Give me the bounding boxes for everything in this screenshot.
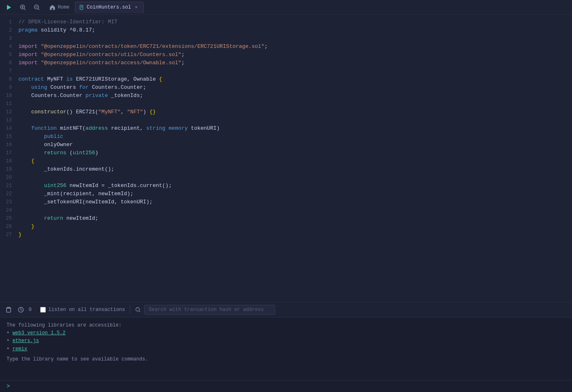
tab-bar: Home CoinHunters.sol × bbox=[45, 2, 144, 13]
line-number: 8 bbox=[0, 75, 18, 83]
line-number: 20 bbox=[0, 173, 18, 182]
code-line: 16 onlyOwner bbox=[0, 141, 572, 149]
line-number: 24 bbox=[0, 206, 18, 214]
code-line: 10 Counters.Counter private _tokenIds; bbox=[0, 92, 572, 100]
bottom-panel: 0 listen on all transactions The followi… bbox=[0, 302, 572, 392]
code-line: 3 bbox=[0, 34, 572, 43]
svg-line-14 bbox=[139, 311, 140, 312]
line-content: _mint(recipient, newItemId); bbox=[18, 190, 572, 198]
console-prompt: > bbox=[0, 380, 572, 392]
code-line: 8contract MyNFT is ERC721URIStorage, Own… bbox=[0, 75, 572, 83]
svg-rect-11 bbox=[7, 308, 11, 312]
lib1-link[interactable]: web3 version 1.5.2 bbox=[12, 330, 66, 336]
line-number: 21 bbox=[0, 182, 18, 190]
line-number: 23 bbox=[0, 198, 18, 206]
line-content bbox=[18, 173, 572, 182]
line-content: import "@openzeppelin/contracts/token/ER… bbox=[18, 43, 572, 51]
code-line: 17 returns (uint256) bbox=[0, 149, 572, 157]
line-number: 15 bbox=[0, 133, 18, 141]
line-number: 3 bbox=[0, 34, 18, 43]
console-lib3-line: • remix bbox=[7, 345, 565, 353]
code-line: 11 bbox=[0, 100, 572, 108]
line-number: 6 bbox=[0, 59, 18, 67]
line-content: } bbox=[18, 231, 572, 239]
line-content: using Counters for Counters.Counter; bbox=[18, 83, 572, 92]
search-divider bbox=[130, 306, 130, 314]
toolbar: Home CoinHunters.sol × bbox=[0, 0, 572, 15]
code-line: 15 public bbox=[0, 133, 572, 141]
code-editor[interactable]: 1// SPDX-License-Identifier: MIT2pragma … bbox=[0, 15, 572, 302]
line-content: pragma solidity ^0.8.17; bbox=[18, 26, 572, 34]
line-content bbox=[18, 206, 572, 214]
code-line: 23 _setTokenURI(newItemId, tokenURI); bbox=[0, 198, 572, 206]
tab-home-label: Home bbox=[58, 5, 70, 10]
editor-area: 1// SPDX-License-Identifier: MIT2pragma … bbox=[0, 15, 572, 392]
line-number: 18 bbox=[0, 157, 18, 165]
line-content bbox=[18, 116, 572, 124]
code-line: 7 bbox=[0, 67, 572, 75]
line-number: 2 bbox=[0, 26, 18, 34]
history-button[interactable] bbox=[16, 305, 25, 314]
tab-file-label: CoinHunters.sol bbox=[87, 5, 131, 10]
run-button[interactable] bbox=[3, 2, 15, 13]
listen-checkbox[interactable] bbox=[40, 307, 46, 313]
code-line: 19 _tokenIds.increment(); bbox=[0, 165, 572, 173]
zoom-in-button[interactable] bbox=[17, 2, 29, 13]
line-content: _tokenIds.increment(); bbox=[18, 165, 572, 173]
tab-close-button[interactable]: × bbox=[133, 5, 139, 10]
zoom-out-button[interactable] bbox=[31, 2, 43, 13]
line-number: 14 bbox=[0, 124, 18, 133]
code-line: 1// SPDX-License-Identifier: MIT bbox=[0, 18, 572, 26]
line-content: constructor() ERC721("MyNFT", "NFT") {} bbox=[18, 108, 572, 116]
line-number: 19 bbox=[0, 165, 18, 173]
line-content: import "@openzeppelin/contracts/utils/Co… bbox=[18, 51, 572, 59]
console-lib2-line: • ethers.js bbox=[7, 337, 565, 345]
code-line: 20 bbox=[0, 173, 572, 182]
code-line: 4import "@openzeppelin/contracts/token/E… bbox=[0, 43, 572, 51]
line-number: 1 bbox=[0, 18, 18, 26]
code-line: 9 using Counters for Counters.Counter; bbox=[0, 83, 572, 92]
listen-label: listen on all transactions bbox=[48, 307, 125, 313]
line-content: function mintNFT(address recipient, stri… bbox=[18, 124, 572, 133]
line-number: 7 bbox=[0, 67, 18, 75]
prompt-symbol: > bbox=[7, 383, 10, 390]
svg-point-13 bbox=[136, 308, 140, 311]
transaction-badge: 0 bbox=[29, 307, 35, 313]
line-content: onlyOwner bbox=[18, 141, 572, 149]
line-content: contract MyNFT is ERC721URIStorage, Owna… bbox=[18, 75, 572, 83]
line-content: returns (uint256) bbox=[18, 149, 572, 157]
lib2-link[interactable]: ethers.js bbox=[12, 338, 39, 344]
code-line: 25 return newItemId; bbox=[0, 214, 572, 223]
line-content bbox=[18, 100, 572, 108]
line-content: public bbox=[18, 133, 572, 141]
line-number: 22 bbox=[0, 190, 18, 198]
line-content bbox=[18, 67, 572, 75]
console-line-text: The following libraries are accessible: bbox=[7, 322, 565, 329]
line-number: 26 bbox=[0, 223, 18, 231]
line-number: 25 bbox=[0, 214, 18, 223]
code-line: 26 } bbox=[0, 223, 572, 231]
lib3-link[interactable]: remix bbox=[12, 346, 27, 352]
code-line: 22 _mint(recipient, newItemId); bbox=[0, 190, 572, 198]
tab-home[interactable]: Home bbox=[45, 2, 74, 13]
console-hint-line: Type the library name to see available c… bbox=[7, 356, 565, 363]
code-line: 13 bbox=[0, 116, 572, 124]
line-content: return newItemId; bbox=[18, 214, 572, 223]
line-content bbox=[18, 34, 572, 43]
line-content: _setTokenURI(newItemId, tokenURI); bbox=[18, 198, 572, 206]
line-content: } bbox=[18, 223, 572, 231]
line-number: 27 bbox=[0, 231, 18, 239]
prompt-input[interactable] bbox=[13, 383, 565, 389]
clear-console-button[interactable] bbox=[4, 305, 13, 314]
code-line: 5import "@openzeppelin/contracts/utils/C… bbox=[0, 51, 572, 59]
tab-file[interactable]: CoinHunters.sol × bbox=[75, 2, 144, 13]
code-line: 24 bbox=[0, 206, 572, 214]
listen-checkbox-area: listen on all transactions bbox=[40, 307, 125, 313]
line-content: Counters.Counter private _tokenIds; bbox=[18, 92, 572, 100]
code-line: 14 function mintNFT(address recipient, s… bbox=[0, 124, 572, 133]
console-lib1-line: • web3 version 1.5.2 bbox=[7, 329, 565, 337]
search-input[interactable] bbox=[144, 305, 275, 315]
line-number: 4 bbox=[0, 43, 18, 51]
code-line: 27} bbox=[0, 231, 572, 239]
line-content: uint256 newItemId = _tokenIds.current(); bbox=[18, 182, 572, 190]
